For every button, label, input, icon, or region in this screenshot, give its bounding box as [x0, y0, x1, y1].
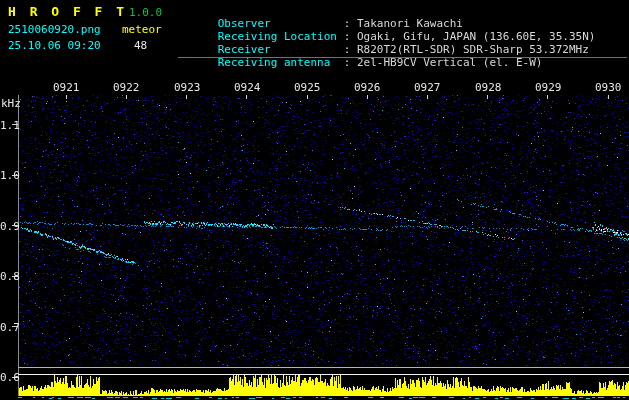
- time-tick-label: 0926: [354, 81, 381, 94]
- info-value: : Ogaki, Gifu, JAPAN (136.60E, 35.35N): [344, 30, 596, 43]
- time-tick-label: 0929: [535, 81, 562, 94]
- datetime-label: 25.10.06 09:20: [8, 39, 101, 52]
- info-label: Observer: [218, 17, 344, 30]
- app-version: 1.0.0: [129, 6, 162, 19]
- time-tick-label: 0928: [475, 81, 502, 94]
- freq-tick-label: 0.6: [0, 371, 17, 384]
- time-tick-label: 0924: [234, 81, 261, 94]
- info-value: : Takanori Kawachi: [344, 17, 463, 30]
- freq-tick-label: 1.0: [0, 169, 17, 182]
- time-tick-label: 0922: [113, 81, 140, 94]
- output-filename: 2510060920.png: [8, 23, 101, 36]
- time-tick-label: 0923: [174, 81, 201, 94]
- time-tick-label: 0925: [294, 81, 321, 94]
- freq-tick-label: 0.8: [0, 270, 17, 283]
- hrofft-window: H R O F F T 1.0.0 2510060920.png meteor …: [0, 0, 629, 400]
- info-row-observer: Observer: Takanori Kawachi: [178, 4, 595, 17]
- sample-count: 48: [134, 39, 147, 52]
- freq-unit-label: kHz: [1, 97, 21, 110]
- time-tick-label: 0927: [414, 81, 441, 94]
- freq-tick-label: 0.9: [0, 220, 17, 233]
- info-separator-line: [178, 57, 627, 58]
- info-label: Receiving Location: [218, 30, 344, 43]
- app-title: H R O F F T: [8, 4, 127, 19]
- freq-tick-label: 1.1: [0, 119, 17, 132]
- info-value: : R820T2(RTL-SDR) SDR-Sharp 53.372MHz: [344, 43, 589, 56]
- freq-tick-label: 0.7: [0, 321, 17, 334]
- mode-label: meteor: [122, 23, 162, 36]
- station-info-table: Observer: Takanori Kawachi Receiving Loc…: [178, 4, 595, 56]
- time-tick-label: 0921: [53, 81, 80, 94]
- time-tick-label: 0930: [595, 81, 622, 94]
- info-label: Receiver: [218, 43, 344, 56]
